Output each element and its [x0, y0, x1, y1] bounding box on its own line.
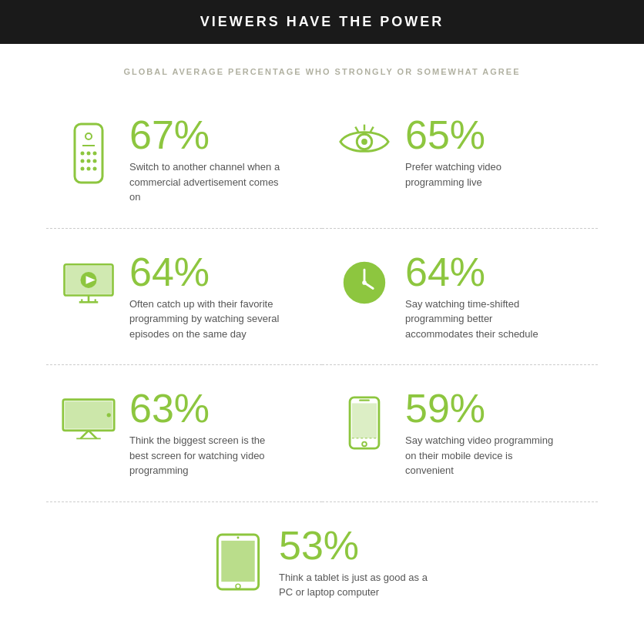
svg-point-7 — [87, 159, 91, 163]
stat-remote-content: 67% Switch to another channel when a com… — [129, 115, 283, 205]
stat-tv-percent: 63% — [129, 388, 283, 428]
eye-icon — [337, 122, 391, 161]
svg-point-35 — [107, 413, 111, 417]
stat-tv-desc: Think the biggest screen is the best scr… — [129, 433, 283, 478]
remote-icon-wrap — [62, 122, 116, 184]
svg-point-8 — [93, 159, 97, 163]
phone-icon-wrap — [337, 396, 391, 450]
tablet-icon-wrap — [211, 533, 265, 591]
stat-phone-percent: 59% — [405, 388, 559, 428]
stat-phone-desc: Say watching video programming on their … — [405, 433, 559, 478]
monitor-icon — [62, 260, 116, 310]
stat-clock-percent: 64% — [405, 252, 559, 292]
remote-icon — [69, 122, 109, 184]
stat-remote: 67% Switch to another channel when a com… — [46, 92, 322, 229]
stat-tablet-desc: Think a tablet is just as good as a PC o… — [279, 570, 433, 600]
monitor-icon-wrap — [62, 260, 116, 310]
stat-monitor: 64% Often catch up with their favorite p… — [46, 229, 322, 366]
stat-tablet-row: 53% Think a tablet is just as good as a … — [0, 502, 644, 623]
stat-remote-desc: Switch to another channel when a commerc… — [129, 159, 283, 205]
svg-point-44 — [237, 536, 240, 538]
stat-clock-content: 64% Say watching time-shifted programmin… — [405, 252, 559, 342]
clock-icon — [341, 260, 387, 306]
stat-clock: 64% Say watching time-shifted programmin… — [322, 229, 598, 366]
svg-point-39 — [362, 442, 367, 447]
stat-tablet-content: 53% Think a tablet is just as good as a … — [279, 525, 433, 600]
svg-line-16 — [355, 127, 358, 132]
svg-point-11 — [93, 167, 97, 171]
stat-phone: 59% Say watching video programming on th… — [322, 365, 598, 502]
stat-clock-desc: Say watching time-shifted programming be… — [405, 297, 559, 342]
stat-monitor-content: 64% Often catch up with their favorite p… — [129, 252, 283, 342]
svg-point-4 — [87, 152, 91, 156]
svg-point-5 — [93, 152, 97, 156]
svg-point-43 — [236, 584, 240, 589]
svg-line-32 — [81, 431, 89, 439]
stat-phone-content: 59% Say watching video programming on th… — [405, 388, 559, 478]
svg-point-3 — [81, 152, 85, 156]
subtitle: GLOBAL AVERAGE PERCENTAGE WHO STRONGLY O… — [0, 67, 644, 76]
svg-point-6 — [81, 159, 85, 163]
svg-line-33 — [89, 431, 97, 439]
svg-point-9 — [81, 167, 85, 171]
eye-icon-wrap — [337, 122, 391, 161]
svg-rect-31 — [65, 401, 112, 428]
svg-point-10 — [87, 167, 91, 171]
svg-line-15 — [371, 127, 374, 132]
tablet-icon — [216, 533, 260, 591]
svg-point-1 — [86, 133, 92, 139]
stat-monitor-percent: 64% — [129, 252, 283, 292]
stat-eye-desc: Prefer watching video programming live — [405, 159, 559, 190]
stat-remote-percent: 67% — [129, 115, 283, 155]
svg-point-24 — [94, 299, 96, 301]
stat-eye-percent: 65% — [405, 115, 559, 155]
stat-monitor-desc: Often catch up with their favorite progr… — [129, 297, 283, 342]
clock-icon-wrap — [337, 260, 391, 306]
svg-rect-42 — [221, 540, 254, 581]
stat-tablet-percent: 53% — [279, 525, 433, 565]
header: VIEWERS HAVE THE POWER — [0, 0, 644, 44]
stat-tv-content: 63% Think the biggest screen is the best… — [129, 388, 283, 478]
svg-point-23 — [81, 299, 83, 301]
header-title: VIEWERS HAVE THE POWER — [0, 14, 644, 30]
tv-icon — [62, 396, 116, 442]
svg-point-29 — [362, 280, 367, 285]
stats-grid: 67% Switch to another channel when a com… — [0, 92, 644, 502]
phone-icon — [347, 396, 381, 450]
svg-rect-37 — [352, 403, 377, 438]
stat-tv: 63% Think the biggest screen is the best… — [46, 365, 322, 502]
svg-point-13 — [361, 139, 367, 145]
stat-eye-content: 65% Prefer watching video programming li… — [405, 115, 559, 190]
stat-eye: 65% Prefer watching video programming li… — [322, 92, 598, 229]
tv-icon-wrap — [62, 396, 116, 442]
